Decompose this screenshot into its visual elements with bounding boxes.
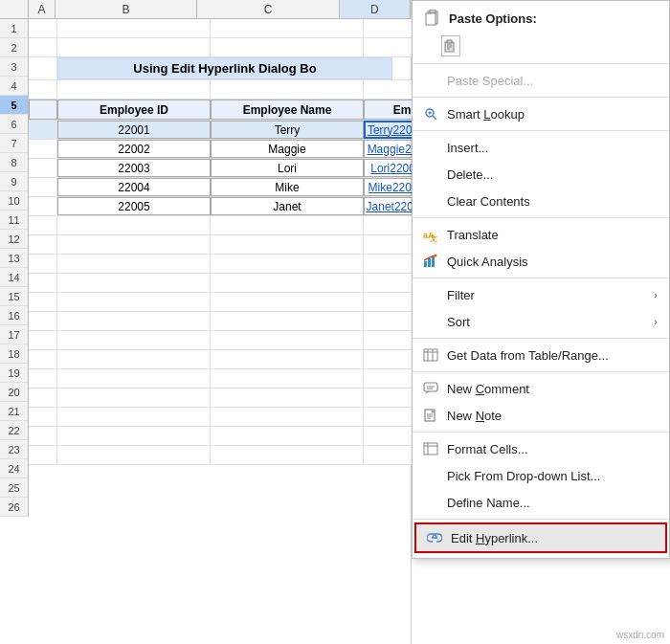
cell-a-header[interactable] [29, 100, 57, 120]
row-1 [29, 19, 440, 38]
divider-2 [413, 97, 669, 98]
new-comment-item[interactable]: New Comment [413, 375, 669, 402]
cell-a-r3[interactable] [29, 159, 57, 177]
smart-lookup-icon [422, 105, 439, 122]
pick-dropdown-item[interactable]: Pick From Drop-down List... [413, 462, 669, 489]
cell-b2[interactable] [57, 38, 211, 56]
row-15 [29, 312, 440, 331]
cell-c-r2[interactable]: Maggie [211, 140, 364, 158]
clear-contents-item[interactable]: Clear Contents [413, 188, 669, 214]
row-num-23: 23 [0, 440, 28, 459]
clear-contents-icon [422, 192, 439, 210]
new-note-item[interactable]: New Note [413, 402, 669, 429]
row-num-21: 21 [0, 402, 28, 421]
insert-icon [422, 139, 439, 156]
row-num-5[interactable]: 5 [0, 96, 28, 115]
get-data-item[interactable]: Get Data from Table/Range... [413, 342, 669, 368]
paste-options-header: Paste Options: [413, 5, 669, 32]
row-num-2: 2 [0, 38, 28, 57]
corner-cell [0, 0, 29, 18]
cell-b4[interactable] [57, 80, 211, 99]
spreadsheet: A B C D 1 2 3 4 5 6 7 8 9 10 11 12 13 14… [0, 0, 412, 644]
cell-a2[interactable] [29, 38, 57, 56]
get-data-icon [422, 346, 439, 364]
spreadsheet-body: 1 2 3 4 5 6 7 8 9 10 11 12 13 14 15 16 1… [0, 19, 411, 517]
row-num-7: 7 [0, 134, 28, 153]
row-num-24: 24 [0, 459, 28, 478]
row-num-19: 19 [0, 364, 28, 383]
row-data-4: 22004 Mike Mike22004@ [29, 178, 440, 197]
cell-a3[interactable] [29, 57, 57, 79]
cell-b-header[interactable]: Employee ID [57, 100, 211, 120]
divider-3 [413, 130, 669, 131]
row-21 [29, 427, 440, 446]
cell-b3-title[interactable]: Using Edit Hyperlink Dialog Bo [57, 57, 392, 79]
cell-b-r5[interactable]: 22005 [57, 197, 211, 215]
divider-1 [413, 63, 669, 64]
row-19 [29, 389, 440, 408]
row-data-3: 22003 Lori Lori22003@ [29, 159, 440, 178]
cell-c-r4[interactable]: Mike [211, 178, 364, 196]
cell-b1[interactable] [57, 19, 211, 37]
row-num-20: 20 [0, 383, 28, 402]
cell-b-r2[interactable]: 22002 [57, 140, 211, 158]
cell-a4[interactable] [29, 80, 57, 99]
paste-icon-row [413, 32, 669, 60]
filter-item[interactable]: Filter › [413, 281, 669, 308]
cell-c4[interactable] [211, 80, 364, 99]
cell-c1[interactable] [211, 19, 364, 37]
cell-a-r1[interactable] [29, 121, 57, 139]
row-18 [29, 369, 440, 389]
translate-item[interactable]: aA 文 Translate [413, 221, 669, 248]
cell-a-r4[interactable] [29, 178, 57, 196]
row-numbers: 1 2 3 4 5 6 7 8 9 10 11 12 13 14 15 16 1… [0, 19, 29, 517]
define-name-item[interactable]: Define Name... [413, 489, 669, 516]
svg-rect-13 [424, 261, 427, 267]
new-note-icon [422, 407, 439, 424]
row-num-11: 11 [0, 211, 28, 230]
row-num-8: 8 [0, 153, 28, 172]
grid-area: Using Edit Hyperlink Dialog Bo Employee … [29, 19, 440, 517]
row-num-15: 15 [0, 287, 28, 306]
sort-item[interactable]: Sort › [413, 308, 669, 335]
col-header-c: C [197, 0, 339, 18]
delete-icon [422, 166, 439, 183]
format-cells-icon [422, 440, 439, 457]
row-num-6: 6 [0, 115, 28, 134]
new-comment-icon [422, 380, 439, 397]
cell-c2[interactable] [211, 38, 364, 56]
quick-analysis-icon [422, 253, 439, 270]
row-num-17: 17 [0, 325, 28, 344]
row-14 [29, 293, 440, 312]
insert-item[interactable]: Insert... [413, 134, 669, 161]
cell-a-r5[interactable] [29, 197, 57, 215]
cell-c-r1[interactable]: Terry [211, 121, 364, 139]
col-header-a: A [29, 0, 56, 18]
svg-rect-1 [430, 10, 436, 13]
delete-item[interactable]: Delete... [413, 161, 669, 188]
quick-analysis-item[interactable]: Quick Analysis [413, 248, 669, 275]
edit-hyperlink-item[interactable]: Edit Hyperlink... [414, 522, 667, 553]
row-16 [29, 331, 440, 350]
divider-7 [413, 371, 669, 372]
cell-b-r1[interactable]: 22001 [57, 121, 211, 139]
paste-special-item[interactable]: Paste Special... [413, 67, 669, 94]
format-cells-item[interactable]: Format Cells... [413, 435, 669, 462]
cell-a-r2[interactable] [29, 140, 57, 158]
paste-button-1[interactable] [441, 35, 460, 56]
cell-a1[interactable] [29, 19, 57, 37]
sort-icon [422, 313, 439, 330]
col-header-d: D [340, 0, 411, 18]
row-num-25: 25 [0, 478, 28, 498]
cell-c-r3[interactable]: Lori [211, 159, 364, 177]
cell-b-r3[interactable]: 22003 [57, 159, 211, 177]
smart-lookup-item[interactable]: Smart Lookup [413, 100, 669, 127]
edit-hyperlink-icon [426, 529, 443, 546]
row-num-18: 18 [0, 344, 28, 364]
paste-icon [424, 10, 441, 27]
divider-8 [413, 432, 669, 433]
cell-c-header[interactable]: Employee Name [211, 100, 364, 120]
row-13 [29, 274, 440, 293]
cell-c-r5[interactable]: Janet [211, 197, 364, 215]
cell-b-r4[interactable]: 22004 [57, 178, 211, 196]
